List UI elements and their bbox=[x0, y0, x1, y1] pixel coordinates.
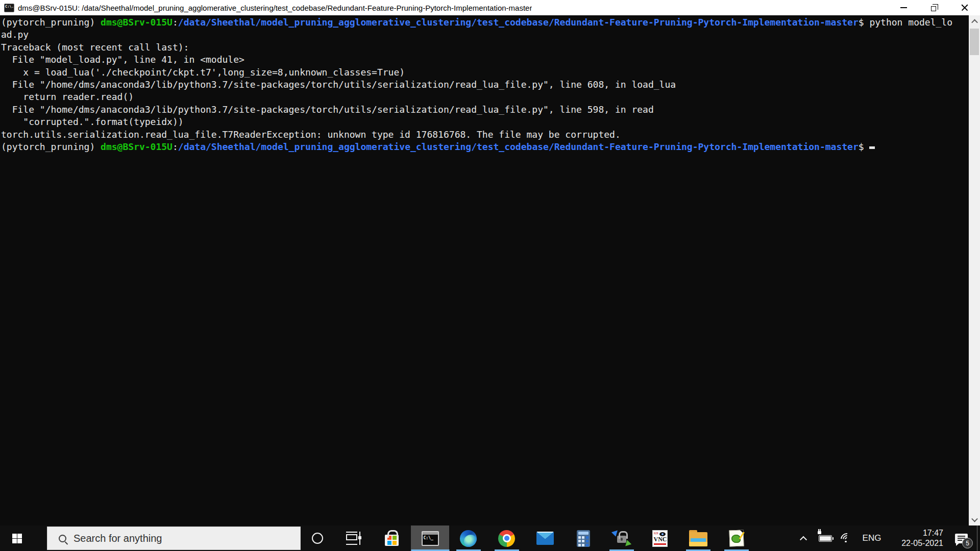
terminal-cursor bbox=[869, 146, 875, 149]
search-icon bbox=[59, 535, 66, 542]
scrollbar-down-button[interactable] bbox=[969, 513, 980, 525]
notification-count-badge: 5 bbox=[962, 538, 973, 548]
terminal-line: File "model_load.py", line 41, in <modul… bbox=[1, 54, 968, 66]
restore-button[interactable] bbox=[919, 0, 949, 15]
terminal-line: "corrupted.".format(typeidx)) bbox=[1, 116, 968, 128]
terminal-output: (pytorch_pruning) dms@BSrv-015U:/data/Sh… bbox=[1, 16, 968, 153]
start-button[interactable] bbox=[0, 525, 34, 551]
secure-file-transfer-icon bbox=[612, 530, 631, 547]
taskbar-icon-calculator[interactable] bbox=[564, 525, 602, 551]
taskbar-icon-task-view[interactable] bbox=[334, 525, 373, 551]
scrollbar-thumb[interactable] bbox=[970, 29, 979, 55]
terminal-window[interactable]: (pytorch_pruning) dms@BSrv-015U:/data/Sh… bbox=[0, 15, 980, 525]
terminal-line: torch.utils.serialization.read_lua_file.… bbox=[1, 129, 968, 141]
terminal-line: File "/home/dms/anaconda3/lib/python3.7/… bbox=[1, 104, 968, 116]
system-tray: ENG 17:47 22-05-2021 5 bbox=[792, 525, 980, 551]
window-title: dms@BSrv-015U: /data/Sheethal/model_prun… bbox=[18, 4, 532, 12]
terminal-line: File "/home/dms/anaconda3/lib/python3.7/… bbox=[1, 79, 968, 91]
task-view-icon bbox=[346, 532, 361, 545]
terminal-line: Traceback (most recent call last): bbox=[1, 41, 968, 54]
terminal-line: ad.py bbox=[1, 29, 968, 41]
chevron-down-icon bbox=[971, 515, 978, 522]
taskbar: 123VNC ENG 17:47 22-05-2021 5 bbox=[0, 525, 980, 551]
scrollbar-up-button[interactable] bbox=[969, 15, 980, 28]
taskbar-icon-vnc-viewer[interactable]: 123VNC bbox=[641, 525, 679, 551]
tray-clock-button[interactable]: 17:47 22-05-2021 bbox=[886, 528, 946, 548]
taskbar-icon-microsoft-store[interactable] bbox=[373, 525, 411, 551]
taskbar-icon-file-explorer[interactable] bbox=[679, 525, 717, 551]
clock-date: 22-05-2021 bbox=[901, 538, 943, 548]
minimize-button[interactable] bbox=[888, 0, 919, 15]
action-center-button[interactable]: 5 bbox=[946, 525, 976, 551]
terminal-line: (pytorch_pruning) dms@BSrv-015U:/data/Sh… bbox=[1, 16, 968, 29]
terminal-line: return reader.read() bbox=[1, 91, 968, 103]
terminal-line: x = load_lua('./checkpoint/ckpt.t7',long… bbox=[1, 66, 968, 79]
tray-network-button[interactable] bbox=[836, 525, 857, 551]
tray-battery-button[interactable] bbox=[815, 525, 836, 551]
terminal-icon bbox=[422, 531, 439, 546]
taskbar-search-box[interactable] bbox=[47, 527, 301, 550]
microsoft-store-icon bbox=[385, 535, 399, 546]
taskbar-icon-notepad-plus-plus[interactable] bbox=[717, 525, 755, 551]
chevron-up-icon bbox=[800, 536, 807, 543]
close-button[interactable] bbox=[949, 0, 980, 15]
restore-icon bbox=[931, 6, 936, 11]
tray-show-hidden-icons-button[interactable] bbox=[792, 525, 815, 551]
clock-time: 17:47 bbox=[923, 528, 943, 538]
battery-charging-icon bbox=[819, 535, 832, 542]
taskbar-icon-file-transfer-lock[interactable] bbox=[602, 525, 641, 551]
chrome-icon bbox=[498, 530, 515, 547]
cortana-button[interactable] bbox=[301, 525, 334, 551]
show-desktop-button[interactable] bbox=[977, 525, 980, 551]
language-label: ENG bbox=[863, 533, 881, 543]
terminal-scrollbar[interactable] bbox=[969, 15, 980, 525]
windows-logo-icon bbox=[12, 534, 22, 543]
wifi-icon bbox=[841, 533, 853, 543]
mail-icon bbox=[536, 532, 554, 545]
tray-language-button[interactable]: ENG bbox=[857, 525, 886, 551]
file-explorer-icon bbox=[689, 532, 707, 546]
cortana-icon bbox=[312, 533, 323, 544]
notepad-plus-plus-icon bbox=[729, 530, 744, 547]
taskbar-icon-edge[interactable] bbox=[449, 525, 487, 551]
window-titlebar: dms@BSrv-015U: /data/Sheethal/model_prun… bbox=[0, 0, 980, 15]
terminal-window-icon bbox=[4, 4, 14, 12]
calculator-icon bbox=[577, 530, 590, 547]
minimize-icon bbox=[900, 7, 907, 8]
search-input[interactable] bbox=[74, 533, 278, 544]
taskbar-icon-chrome[interactable] bbox=[487, 525, 526, 551]
chevron-up-icon bbox=[971, 19, 978, 26]
edge-icon bbox=[460, 530, 477, 547]
close-icon bbox=[961, 4, 968, 11]
vnc-viewer-icon: 123VNC bbox=[652, 530, 668, 547]
taskbar-icon-mail[interactable] bbox=[526, 525, 564, 551]
terminal-line: (pytorch_pruning) dms@BSrv-015U:/data/Sh… bbox=[1, 141, 968, 153]
taskbar-icon-terminal[interactable] bbox=[411, 525, 449, 551]
